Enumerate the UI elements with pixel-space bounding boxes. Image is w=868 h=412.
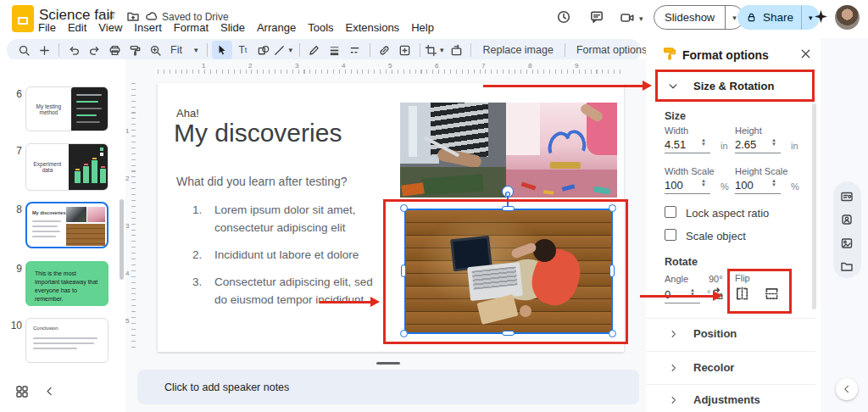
rotation-handle[interactable]: [502, 186, 514, 198]
slide-number: 7: [5, 145, 22, 157]
crop-caret-icon: ▾: [440, 46, 444, 54]
slide-kicker-text[interactable]: Aha!: [176, 107, 199, 120]
annotation-box-flip: [727, 269, 792, 314]
text-box-tool[interactable]: Tt: [232, 41, 253, 59]
adjustments-section-row[interactable]: Adjustments: [648, 388, 815, 412]
recolor-label: Recolor: [693, 361, 734, 374]
fit-zoom-caret-icon: ▾: [194, 46, 198, 54]
slide-thumbnail-6[interactable]: My testing method: [25, 86, 108, 131]
photos-icon[interactable]: [840, 237, 854, 250]
height-stepper[interactable]: ▲▼: [771, 138, 776, 147]
photo-pink-workshop[interactable]: [506, 103, 617, 198]
slide-numbered-list[interactable]: 1. Lorem ipsum dolor sit amet, consectet…: [192, 201, 383, 309]
fit-zoom-label: Fit: [170, 44, 182, 56]
slide-thumbnail-7[interactable]: Experiment data: [25, 143, 108, 191]
height-unit: in: [791, 141, 798, 151]
adjustments-label: Adjustments: [693, 393, 760, 406]
thumb7-title: Experiment data: [29, 161, 66, 173]
annotation-box-selected-image: [383, 199, 628, 344]
insert-link-icon[interactable]: [375, 41, 395, 59]
gemini-sparkle-icon[interactable]: [814, 9, 828, 27]
horizontal-ruler: [158, 70, 624, 74]
filmstrip-scrollbar[interactable]: [120, 199, 124, 280]
zoom-in-icon[interactable]: [145, 41, 165, 59]
print-icon[interactable]: [104, 41, 125, 59]
list-item: 1. Lorem ipsum dolor sit amet, consectet…: [192, 201, 383, 237]
speaker-notes-placeholder: Click to add speaker notes: [137, 381, 289, 393]
annotation-arrow-to-flip: [640, 295, 713, 298]
undo-icon[interactable]: [64, 41, 84, 59]
version-history-icon[interactable]: [556, 9, 571, 25]
scale-object-checkbox[interactable]: [665, 229, 676, 241]
rotate-section-label: Rotate: [665, 256, 698, 268]
chevron-right-icon: [669, 329, 679, 339]
redo-icon[interactable]: [84, 41, 104, 59]
close-icon[interactable]: [799, 47, 812, 60]
speaker-notes[interactable]: Click to add speaker notes: [137, 370, 639, 404]
menu-edit[interactable]: Edit: [62, 19, 92, 36]
menu-format[interactable]: Format: [168, 19, 214, 36]
calendar-icon[interactable]: [840, 190, 854, 203]
menu-slide[interactable]: Slide: [214, 19, 251, 36]
recolor-section-row[interactable]: Recolor: [648, 355, 815, 381]
format-options-button[interactable]: Format options: [570, 44, 654, 56]
line-tool[interactable]: ▾: [273, 44, 295, 57]
reset-image-icon[interactable]: [446, 41, 466, 59]
border-weight-icon[interactable]: [325, 41, 345, 59]
thumb10-title: Conclusion: [33, 326, 58, 331]
panel-title: Format options: [682, 48, 769, 62]
width-unit: in: [721, 141, 728, 151]
menu-extensions[interactable]: Extensions: [340, 19, 406, 36]
toolbar: Fit ▾ Tt ▾ ▾ Replace image Format option…: [7, 39, 641, 61]
angle-label: Angle: [665, 274, 688, 284]
menu-help[interactable]: Help: [405, 19, 440, 36]
border-color-pencil-icon[interactable]: [304, 41, 325, 59]
panel-scrollbar[interactable]: [812, 103, 816, 309]
fit-zoom-select[interactable]: Fit ▾: [165, 44, 203, 56]
share-button[interactable]: Share ▾: [737, 5, 820, 30]
menu-file[interactable]: File: [32, 19, 62, 36]
meet-camera-caret-icon[interactable]: ▾: [639, 14, 643, 23]
folder-icon[interactable]: [840, 259, 854, 273]
position-section-row[interactable]: Position: [648, 321, 815, 347]
slide-thumbnail-8-selected[interactable]: My discoveries: [25, 202, 108, 248]
menu-tools[interactable]: Tools: [302, 19, 339, 36]
slide-question-text[interactable]: What did you learn after testing?: [176, 175, 348, 188]
meet-camera-icon[interactable]: [620, 10, 635, 25]
shapes-tool[interactable]: [253, 41, 273, 59]
collapse-filmstrip-chevron-icon[interactable]: [44, 386, 55, 397]
add-comment-icon[interactable]: [395, 41, 415, 59]
width-stepper[interactable]: ▲▼: [701, 138, 706, 147]
slide-title-text[interactable]: My discoveries: [174, 119, 342, 148]
lock-aspect-ratio-checkbox[interactable]: [665, 206, 676, 218]
slides-logo[interactable]: [12, 5, 34, 32]
border-dash-icon[interactable]: [345, 41, 365, 59]
vertical-ruler: [131, 83, 136, 352]
crop-tool[interactable]: ▾: [425, 44, 447, 57]
replace-image-button[interactable]: Replace image: [476, 44, 559, 56]
width-scale-stepper[interactable]: ▲▼: [701, 179, 706, 187]
lock-aspect-ratio-label: Lock aspect ratio: [686, 207, 769, 220]
menu-view[interactable]: View: [92, 19, 128, 36]
annotation-arrow-to-size-rotation: [483, 85, 643, 87]
slide-thumbnail-9[interactable]: This is the most important takeaway that…: [25, 261, 108, 306]
select-cursor-tool[interactable]: [212, 41, 232, 59]
scale-object-label: Scale object: [686, 230, 746, 242]
slide-number: 8: [5, 203, 22, 215]
menu-arrange[interactable]: Arrange: [251, 19, 302, 36]
menu-insert[interactable]: Insert: [128, 19, 168, 36]
new-slide-plus-icon[interactable]: [34, 41, 54, 59]
slideshow-button[interactable]: Slideshow ▾: [654, 5, 744, 30]
contacts-icon[interactable]: [840, 213, 854, 226]
slide-thumbnail-10[interactable]: Conclusion: [25, 318, 108, 363]
comments-icon[interactable]: [589, 9, 604, 25]
show-side-panel-button[interactable]: [836, 378, 858, 400]
photo-soldering[interactable]: [400, 103, 506, 198]
grid-view-icon[interactable]: [15, 385, 29, 398]
search-icon[interactable]: [14, 41, 34, 59]
paint-format-icon[interactable]: [125, 41, 145, 59]
slideshow-label: Slideshow: [654, 11, 725, 24]
height-scale-stepper[interactable]: ▲▼: [771, 179, 776, 187]
avatar[interactable]: [835, 5, 860, 30]
notes-drag-handle[interactable]: [376, 362, 400, 365]
